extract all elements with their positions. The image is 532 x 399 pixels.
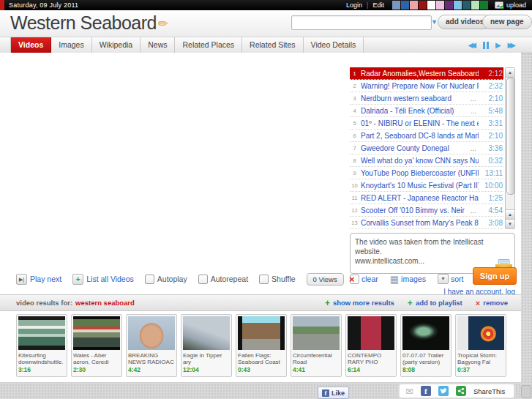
playlist-row-title[interactable]: Warning! Prepare Now For Nuclear Falk... xyxy=(359,82,479,90)
playlist-row-title[interactable]: Corvallis Sunset from Mary's Peak 8-2-0.… xyxy=(359,219,479,227)
video-thumbnail[interactable] xyxy=(238,316,285,350)
playlist-row-title[interactable]: 01º - NIBIRU or ELENIN - The next ever..… xyxy=(359,119,479,127)
video-result-card[interactable]: CONTEMPO RARY PHO6:14 xyxy=(345,314,397,377)
playlist-row[interactable]: 11RED ALERT - Japanese Reactor Has E....… xyxy=(350,192,503,204)
video-result-card[interactable]: Wales - Aber aeron, Ceredi2:30 xyxy=(71,314,122,377)
images-link[interactable]: images xyxy=(401,275,426,283)
tab[interactable]: Images xyxy=(51,37,91,53)
playlist-row-title[interactable]: Gweedore County Donegal xyxy=(359,144,468,152)
video-thumbnail[interactable] xyxy=(18,316,65,350)
play-next-icon[interactable]: ▶| xyxy=(16,274,27,285)
playlist-row[interactable]: 2Warning! Prepare Now For Nuclear Falk..… xyxy=(350,80,503,92)
skip-back-icon[interactable]: ◀◀ xyxy=(468,42,476,49)
tab[interactable]: News xyxy=(141,37,175,53)
playlist-row-title[interactable]: Dalriada - Téli Enek (Official) xyxy=(359,107,468,115)
sign-up-button[interactable]: Sign up xyxy=(473,267,517,285)
tab[interactable]: Video Details xyxy=(304,37,364,53)
upload-icon[interactable] xyxy=(495,1,504,10)
color-swatch[interactable] xyxy=(471,1,479,10)
video-thumbnail[interactable] xyxy=(348,316,394,350)
playlist-scrollbar[interactable]: ▲ ▲ ▼ xyxy=(505,67,515,229)
search-input[interactable] xyxy=(291,15,432,30)
playlist-row[interactable]: 501º - NIBIRU or ELENIN - The next ever.… xyxy=(350,117,503,130)
video-result-card[interactable]: Eagle in Tipper ary12:04 xyxy=(181,314,232,377)
playlist-row[interactable]: 1Radar Anomalies,Western Seaboard,Pc....… xyxy=(350,67,503,80)
images-grid-icon[interactable]: ▦ xyxy=(390,275,399,284)
add-to-playlist-button[interactable]: +add to playlist xyxy=(408,298,462,308)
facebook-share-icon[interactable]: f xyxy=(421,386,431,396)
playlist-row-title[interactable]: Knoydart's 10 Music Festival (Part II) -… xyxy=(359,182,479,190)
playlist-row-title[interactable]: Part 2, Seaboard DC-8 lands at Marble ..… xyxy=(359,132,479,140)
video-thumbnail[interactable] xyxy=(128,316,175,350)
tab[interactable]: Related Places xyxy=(175,37,242,53)
playlist-row[interactable]: 9YouTube Poop Biebercoaster (UNFINIS....… xyxy=(350,167,503,179)
playlist-row[interactable]: 10Knoydart's 10 Music Festival (Part II)… xyxy=(350,179,503,192)
playlist-row[interactable]: 12Scooter Off '010 Bimmy vs. Neir...4:54 xyxy=(350,204,503,217)
shuffle-checkbox[interactable] xyxy=(259,275,269,284)
edit-pencil-icon[interactable]: ✏ xyxy=(158,17,168,31)
video-thumbnail[interactable] xyxy=(402,316,449,350)
playlist-row[interactable]: 13Corvallis Sunset from Mary's Peak 8-2-… xyxy=(350,217,503,229)
color-swatch[interactable] xyxy=(410,1,418,10)
video-result-card[interactable]: Fallen Flags: Seaboard Coast0:43 xyxy=(236,314,287,377)
playlist-row-title[interactable]: RED ALERT - Japanese Reactor Has E... xyxy=(359,194,479,202)
show-more-results-button[interactable]: +show more results xyxy=(325,298,394,308)
scroll-up-button-bottom[interactable]: ▲ xyxy=(506,209,514,219)
playlist-row[interactable]: 6Part 2, Seaboard DC-8 lands at Marble .… xyxy=(350,130,503,142)
playlist-row[interactable]: 3Nerdburn western seaboard...2:10 xyxy=(350,92,503,105)
upload-link[interactable]: upload xyxy=(506,1,526,9)
login-link[interactable]: Login xyxy=(346,1,362,9)
video-thumbnail[interactable] xyxy=(183,316,230,350)
play-next-link[interactable]: Play next xyxy=(30,275,61,283)
playlist-row[interactable]: 4Dalriada - Téli Enek (Official)...5:48 xyxy=(350,105,503,117)
scrollbar-thumb[interactable] xyxy=(506,78,515,195)
play-icon[interactable]: ▶ xyxy=(495,42,501,49)
clear-link[interactable]: clear xyxy=(361,275,378,283)
video-result-card[interactable]: Tropical Storm: Bagyong Fal0:37 xyxy=(455,314,506,377)
remove-button[interactable]: ×remove xyxy=(476,299,508,307)
color-swatch[interactable] xyxy=(454,1,462,10)
autoplay-checkbox[interactable] xyxy=(145,275,154,284)
color-swatch[interactable] xyxy=(462,1,471,10)
tab[interactable]: Related Sites xyxy=(242,37,303,53)
scroll-up-button[interactable]: ▲ xyxy=(506,68,514,78)
playlist-row-title[interactable]: YouTube Poop Biebercoaster (UNFINIS... xyxy=(359,169,479,177)
search-dropdown-icon[interactable]: ▼ xyxy=(431,18,438,26)
tab[interactable]: Wikipedia xyxy=(92,37,141,53)
video-result-card[interactable]: Kitesurfing downwindshuttle.3:16 xyxy=(16,314,67,377)
color-swatch[interactable] xyxy=(427,1,435,10)
color-swatch[interactable] xyxy=(401,1,409,10)
video-result-card[interactable]: 07-07-07 Trailer (party version)8:08 xyxy=(400,314,452,377)
color-swatch[interactable] xyxy=(480,1,488,10)
sharethis-label[interactable]: ShareThis xyxy=(473,387,505,395)
edit-link[interactable]: Edit xyxy=(372,1,384,9)
video-thumbnail[interactable] xyxy=(73,316,120,350)
color-swatch[interactable] xyxy=(419,1,427,10)
video-result-card[interactable]: BREAKING NEWS RADIOAC4:42 xyxy=(126,314,177,377)
playlist-row[interactable]: 7Gweedore County Donegal...3:36 xyxy=(350,142,503,154)
sharethis-icon[interactable] xyxy=(456,386,466,396)
list-all-videos-link[interactable]: List all Videos xyxy=(86,275,134,283)
color-swatch[interactable] xyxy=(445,1,453,10)
clear-icon[interactable]: × xyxy=(350,275,359,284)
scroll-down-button[interactable]: ▼ xyxy=(506,219,514,228)
skip-forward-icon[interactable]: ▶▶ xyxy=(508,42,516,49)
playlist-row-title[interactable]: Nerdburn western seaboard xyxy=(359,94,468,102)
tab[interactable]: Videos xyxy=(10,37,51,53)
autorepeat-checkbox[interactable] xyxy=(198,275,208,284)
list-all-plus-icon[interactable]: + xyxy=(72,274,83,285)
video-thumbnail[interactable] xyxy=(457,316,504,350)
playlist-row-title[interactable]: Radar Anomalies,Western Seaboard,Pc... xyxy=(359,70,479,78)
playlist-row-title[interactable]: Well what do ya' know CNN says Nucle... xyxy=(359,157,479,165)
new-page-button[interactable]: new page xyxy=(482,15,532,29)
facebook-like-button[interactable]: f Like xyxy=(318,387,349,399)
color-swatch[interactable] xyxy=(392,1,400,10)
email-share-icon[interactable]: ✉ xyxy=(405,387,413,396)
video-thumbnail[interactable] xyxy=(293,316,340,350)
twitter-share-icon[interactable] xyxy=(438,386,449,396)
sort-caret-icon[interactable]: ▾ xyxy=(438,274,449,284)
video-result-card[interactable]: Circumferential Road4:41 xyxy=(291,314,342,377)
playlist-row-title[interactable]: Scooter Off '010 Bimmy vs. Neir xyxy=(359,206,468,215)
color-swatch[interactable] xyxy=(436,1,444,10)
playlist-row[interactable]: 8Well what do ya' know CNN says Nucle...… xyxy=(350,154,503,167)
